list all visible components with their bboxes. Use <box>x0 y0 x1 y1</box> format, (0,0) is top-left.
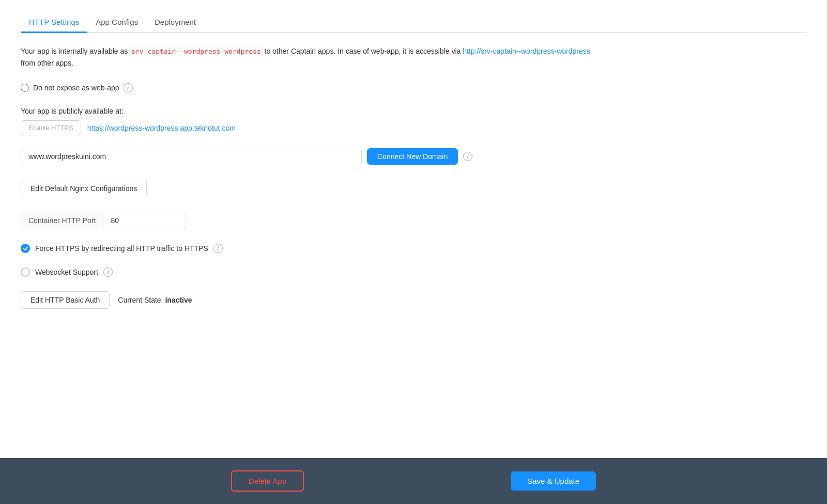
url-row: Enable HTTPS https://wordpress-wordpress… <box>21 120 806 135</box>
force-https-label: Force HTTPS by redirecting all HTTP traf… <box>35 244 208 253</box>
current-state-prefix: Current State: <box>118 296 163 304</box>
force-https-row: Force HTTPS by redirecting all HTTP traf… <box>21 244 806 253</box>
do-not-expose-row: Do not expose as web-app i <box>21 83 806 92</box>
port-row: Container HTTP Port <box>21 212 186 229</box>
nginx-section: Edit Default Nginx Configurations <box>21 180 806 212</box>
connect-new-domain-button[interactable]: Connect New Domain <box>367 148 458 165</box>
force-https-checkbox[interactable] <box>21 244 30 253</box>
port-label: Container HTTP Port <box>21 212 103 229</box>
current-state-value: inactive <box>165 296 192 304</box>
info-suffix: from other apps. <box>21 59 73 67</box>
do-not-expose-label: Do not expose as web-app <box>33 84 119 92</box>
websocket-checkbox[interactable] <box>21 267 30 277</box>
app-url-link[interactable]: https://wordpress-wordpress.app.teknotut… <box>87 124 236 132</box>
save-update-button[interactable]: Save & Update <box>511 471 596 491</box>
public-url-label: Your app is publicly available at: <box>21 107 806 115</box>
tabs-bar: HTTP Settings App Configs Deployment <box>21 12 806 33</box>
tab-deployment[interactable]: Deployment <box>146 12 204 33</box>
internal-availability-text: Your app is internally available as srv-… <box>21 45 806 69</box>
port-input[interactable] <box>103 212 145 229</box>
websocket-info-icon[interactable]: i <box>103 267 113 277</box>
public-url-section: Your app is publicly available at: Enabl… <box>21 107 806 135</box>
do-not-expose-info-icon[interactable]: i <box>124 83 133 92</box>
tab-app-configs[interactable]: App Configs <box>87 12 146 33</box>
info-middle: to other Captain apps. In case of web-ap… <box>265 47 461 55</box>
enable-https-button[interactable]: Enable HTTPS <box>21 120 81 135</box>
websocket-label: Websocket Support <box>35 268 98 276</box>
info-prefix: Your app is internally available as <box>21 47 128 55</box>
internal-service-name: srv-captain--wordpress-wordpress <box>130 47 262 56</box>
http-basic-auth-row: Edit HTTP Basic Auth Current State: inac… <box>21 291 806 309</box>
do-not-expose-radio[interactable] <box>21 84 29 92</box>
footer-bar: Delete App Save & Update <box>0 458 827 504</box>
websocket-row: Websocket Support i <box>21 267 806 277</box>
edit-http-basic-auth-button[interactable]: Edit HTTP Basic Auth <box>21 291 110 309</box>
http-link[interactable]: http://srv-captain--wordpress-wordpress <box>463 47 590 55</box>
domain-input[interactable] <box>21 148 362 165</box>
edit-nginx-button[interactable]: Edit Default Nginx Configurations <box>21 180 147 197</box>
domain-connect-row: Connect New Domain i <box>21 148 806 165</box>
domain-info-icon[interactable]: i <box>463 152 472 161</box>
force-https-info-icon[interactable]: i <box>213 244 223 253</box>
tab-http-settings[interactable]: HTTP Settings <box>21 12 87 33</box>
delete-app-button[interactable]: Delete App <box>231 470 304 492</box>
current-state-text: Current State: inactive <box>118 296 192 304</box>
